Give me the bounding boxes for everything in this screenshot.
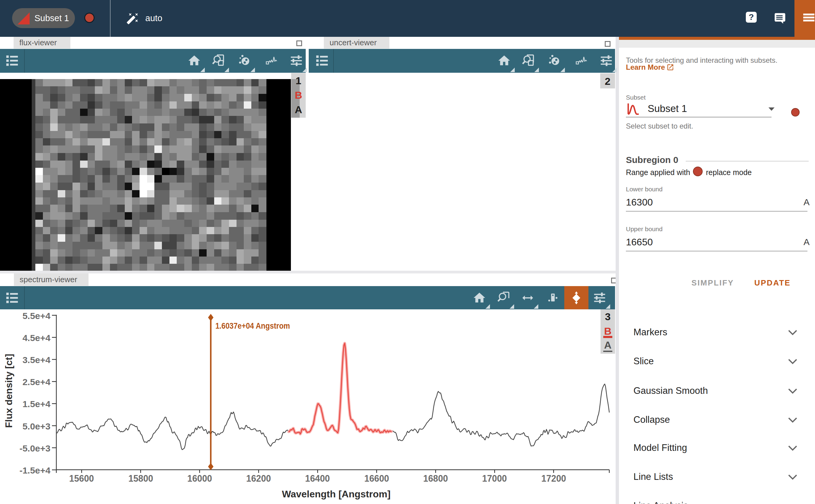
- svg-text:16400: 16400: [305, 473, 330, 484]
- svg-text:15600: 15600: [69, 473, 94, 484]
- svg-text:16800: 16800: [423, 473, 448, 484]
- svg-text:1.5e+4: 1.5e+4: [22, 399, 50, 409]
- svg-text:16000: 16000: [187, 473, 212, 484]
- svg-text:5.5e+4: 5.5e+4: [22, 311, 50, 321]
- svg-text:17000: 17000: [482, 473, 507, 484]
- svg-text:5.0e+3: 5.0e+3: [22, 421, 50, 431]
- svg-text:Wavelength [Angstrom]: Wavelength [Angstrom]: [282, 489, 391, 499]
- svg-text:4.5e+4: 4.5e+4: [22, 333, 50, 343]
- svg-text:3.5e+4: 3.5e+4: [22, 355, 50, 365]
- svg-text:16200: 16200: [246, 473, 271, 484]
- svg-text:16600: 16600: [364, 473, 389, 484]
- svg-text:-1.5e+4: -1.5e+4: [19, 465, 50, 475]
- svg-text:15800: 15800: [128, 473, 153, 484]
- svg-text:2.5e+4: 2.5e+4: [22, 377, 50, 387]
- svg-text:-5.0e+3: -5.0e+3: [19, 443, 50, 453]
- svg-text:1.6037e+04 Angstrom: 1.6037e+04 Angstrom: [216, 321, 290, 330]
- svg-text:17200: 17200: [541, 473, 566, 484]
- svg-text:Flux density [ct]: Flux density [ct]: [3, 354, 14, 428]
